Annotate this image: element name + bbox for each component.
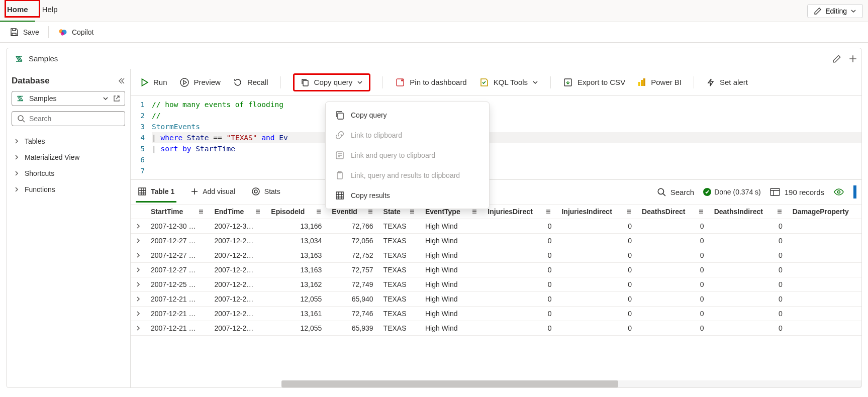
save-label: Save xyxy=(23,28,39,36)
add-tab-icon[interactable] xyxy=(848,54,857,63)
column-menu-icon[interactable] xyxy=(198,209,204,215)
column-menu-icon[interactable] xyxy=(316,209,322,215)
ribbon-toolbar: Save Copilot xyxy=(0,22,868,42)
menu-item[interactable]: Copy query xyxy=(326,105,489,125)
recall-button[interactable]: Recall xyxy=(233,77,268,87)
pin-dashboard-button[interactable]: Pin to dashboard xyxy=(395,77,466,87)
cell: High Wind xyxy=(420,307,483,321)
table-row[interactable]: 2007-12-27 …2007-12-2…13,16372,757TEXASH… xyxy=(131,263,861,277)
separator xyxy=(382,76,383,88)
preview-button[interactable]: Preview xyxy=(179,77,221,87)
cell: 2007-12-2… xyxy=(209,263,266,277)
tab-home[interactable]: Home xyxy=(0,0,35,22)
column-menu-icon[interactable] xyxy=(409,209,415,215)
column-header[interactable]: StartTime xyxy=(146,205,209,219)
queryset-icon xyxy=(15,54,25,64)
tree-item[interactable]: Functions xyxy=(12,181,125,197)
power-bi-button[interactable]: Power BI xyxy=(637,78,682,87)
results-search-button[interactable]: Search xyxy=(657,187,695,196)
expand-row-icon[interactable] xyxy=(131,263,146,277)
cell: High Wind xyxy=(420,219,483,234)
save-button[interactable]: Save xyxy=(9,27,39,37)
column-header[interactable]: DeathsIndirect xyxy=(709,205,788,219)
table-row[interactable]: 2007-12-30 …2007-12-3…13,16672,766TEXASH… xyxy=(131,219,861,234)
cell: 0 xyxy=(556,307,637,321)
menu-item[interactable]: Copy results xyxy=(326,185,489,206)
editing-mode-button[interactable]: Editing xyxy=(807,4,863,18)
expand-row-icon[interactable] xyxy=(131,307,146,321)
tree-item[interactable]: Materialized View xyxy=(12,149,125,165)
table-row[interactable]: 2007-12-21 …2007-12-2…12,05565,940TEXASH… xyxy=(131,292,861,307)
open-external-icon[interactable] xyxy=(113,94,121,103)
column-menu-icon[interactable] xyxy=(255,209,261,215)
expand-row-icon[interactable] xyxy=(131,234,146,248)
copy-query-dropdown-button[interactable]: Copy query xyxy=(293,73,371,91)
cell: TEXAS xyxy=(378,307,420,321)
column-menu-icon[interactable] xyxy=(367,209,373,215)
cell: 2007-12-3… xyxy=(209,219,266,234)
results-tab-label: Table 1 xyxy=(151,187,174,195)
table-row[interactable]: 2007-12-27 …2007-12-2…13,03472,056TEXASH… xyxy=(131,234,861,248)
database-selector[interactable]: Samples xyxy=(12,91,125,106)
table-row[interactable]: 2007-12-25 …2007-12-2…13,16272,749TEXASH… xyxy=(131,277,861,292)
sidebar-search-input[interactable] xyxy=(29,115,120,123)
kql-tools-button[interactable]: KQL Tools xyxy=(479,77,538,87)
export-icon xyxy=(563,77,573,87)
column-menu-icon[interactable] xyxy=(698,209,704,215)
eye-icon[interactable] xyxy=(833,186,844,197)
expand-row-icon[interactable] xyxy=(131,248,146,263)
code-area[interactable]: // how many events of flooding //StormEv… xyxy=(149,96,861,179)
table-row[interactable]: 2007-12-21 …2007-12-2…12,05565,939TEXASH… xyxy=(131,321,861,336)
column-header[interactable]: DamageProperty xyxy=(788,205,861,219)
pencil-icon[interactable] xyxy=(832,54,841,63)
column-header[interactable]: EndTime xyxy=(209,205,266,219)
expand-row-icon[interactable] xyxy=(131,321,146,336)
svg-rect-9 xyxy=(638,82,640,86)
menu-item-label: Link to clipboard xyxy=(351,131,402,139)
column-header[interactable]: InjuriesIndirect xyxy=(556,205,637,219)
set-alert-button[interactable]: Set alert xyxy=(706,78,748,87)
results-tab[interactable]: Add visual xyxy=(188,182,237,202)
tree-item[interactable]: Shortcuts xyxy=(12,165,125,181)
run-button[interactable]: Run xyxy=(140,78,167,87)
cell: 2007-12-2… xyxy=(209,234,266,248)
column-header[interactable]: EpisodeId xyxy=(266,205,327,219)
kql-tools-icon xyxy=(479,77,489,87)
column-header[interactable]: InjuriesDirect xyxy=(483,205,556,219)
code-editor[interactable]: 1234567 // how many events of flooding /… xyxy=(131,96,861,180)
column-menu-icon[interactable] xyxy=(545,209,551,215)
results-tab[interactable]: Table 1 xyxy=(136,182,176,203)
results-search-label: Search xyxy=(670,188,695,196)
menu-item-label: Link and query to clipboard xyxy=(351,151,435,159)
table-row[interactable]: 2007-12-27 …2007-12-2…13,16372,752TEXASH… xyxy=(131,248,861,263)
results-tab[interactable]: Stats xyxy=(249,182,282,203)
expand-row-icon[interactable] xyxy=(131,277,146,292)
separator xyxy=(48,26,49,38)
column-header[interactable]: DeathsDirect xyxy=(637,205,709,219)
column-menu-icon[interactable] xyxy=(626,209,632,215)
results-tab-label: Stats xyxy=(264,187,280,195)
queryset-tab[interactable]: Samples xyxy=(11,51,62,67)
expand-row-icon[interactable] xyxy=(131,292,146,307)
side-panel-toggle[interactable] xyxy=(853,185,856,198)
export-csv-button[interactable]: Export to CSV xyxy=(563,77,625,87)
horizontal-scrollbar-thumb[interactable] xyxy=(281,380,618,387)
column-menu-icon[interactable] xyxy=(471,209,477,215)
expand-row-icon[interactable] xyxy=(131,219,146,234)
copilot-button[interactable]: Copilot xyxy=(58,27,94,37)
cell: 0 xyxy=(556,248,637,263)
svg-rect-11 xyxy=(643,78,645,86)
preview-label: Preview xyxy=(194,78,221,86)
collapse-sidebar-icon[interactable] xyxy=(117,77,125,85)
tree-item[interactable]: Tables xyxy=(12,133,125,149)
results-grid[interactable]: StartTimeEndTimeEpisodeIdEventIdStateEve… xyxy=(131,204,861,387)
sidebar-search[interactable] xyxy=(12,111,125,126)
cell: 2007-12-27 … xyxy=(146,248,209,263)
cell: 2007-12-2… xyxy=(209,248,266,263)
copy-query-dropdown-menu: Copy queryLink to clipboardLink and quer… xyxy=(325,102,490,209)
table-row[interactable]: 2007-12-21 …2007-12-2…13,16172,746TEXASH… xyxy=(131,307,861,321)
tab-help[interactable]: Help xyxy=(35,0,65,22)
chevron-down-icon xyxy=(103,95,109,102)
column-menu-icon[interactable] xyxy=(777,209,783,215)
copilot-label: Copilot xyxy=(72,28,94,36)
